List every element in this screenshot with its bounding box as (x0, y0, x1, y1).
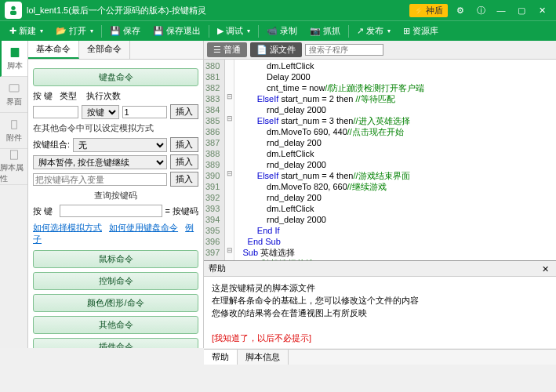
shield-badge: ⚡ 神盾 (409, 4, 448, 17)
code-editor[interactable]: 3803813823833843853863873883893903913923… (204, 60, 556, 260)
info-icon[interactable]: ⓘ (471, 2, 490, 18)
svg-point-0 (11, 6, 15, 10)
debug-button[interactable]: ▶ 调试▾ (211, 24, 256, 38)
cmd-control[interactable]: 控制命令 (33, 272, 198, 290)
help-close-icon[interactable]: ✕ (542, 264, 551, 274)
capture-button[interactable]: 📷 抓抓 (303, 24, 347, 38)
publish-button[interactable]: ↗ 发布▾ (351, 24, 397, 38)
open-button[interactable]: 📂 打开▾ (49, 24, 100, 38)
insert-button-2[interactable]: 插入 (170, 137, 198, 152)
record-button[interactable]: 📹 录制 (260, 24, 303, 38)
svg-rect-4 (10, 151, 17, 159)
sidebar-tab-ui[interactable]: 界面 (0, 77, 27, 113)
key-input[interactable] (33, 106, 78, 118)
svg-rect-3 (9, 84, 19, 91)
insert-button-1[interactable]: 插入 (170, 104, 198, 119)
label-key: 按 键 (33, 90, 56, 102)
tab-all-cmd[interactable]: 全部命令 (79, 41, 130, 59)
window-title: lol_kent1.5(最后一个公开源码的版本)-按键精灵 (27, 5, 409, 16)
savevar-input[interactable] (33, 173, 167, 186)
cmd-plugin[interactable]: 插件命令 (33, 338, 198, 348)
svg-rect-1 (10, 11, 16, 15)
editor-tab-normal[interactable]: ☰ 普通 (207, 42, 247, 57)
cmd-mouse[interactable]: 鼠标命令 (33, 250, 198, 268)
cmd-other[interactable]: 其他命令 (33, 316, 198, 334)
settings-icon[interactable]: ⚙ (451, 2, 470, 18)
sidebar-tab-attach[interactable]: 附件 (0, 113, 27, 149)
app-icon (5, 2, 22, 19)
label-combo: 按键组合: (33, 139, 70, 151)
sidebar-tab-props[interactable]: 脚本属性 (0, 149, 27, 185)
svg-rect-2 (10, 48, 19, 57)
help-line-3: 您修改的结果将会在普通视图上有所反映 (212, 307, 548, 319)
count-input[interactable] (122, 106, 168, 118)
help-text-sim: 在其他命令中可以设定模拟方式 (33, 122, 198, 134)
save-exit-button[interactable]: 💾 保存退出 (147, 24, 207, 38)
help-line-1: 这是按键精灵的脚本源文件 (212, 281, 548, 294)
new-button[interactable]: ✚ 新建▾ (3, 24, 49, 38)
minimize-button[interactable]: — (492, 2, 511, 18)
toolbar: ✚ 新建▾ 📂 打开▾ 💾 保存 💾 保存退出 ▶ 调试▾ 📹 录制 📷 抓抓 … (0, 20, 556, 41)
label-type: 类型 (60, 90, 83, 102)
eq-keycode: = 按键码 (165, 205, 198, 217)
pause-select[interactable]: 脚本暂停, 按任意键继续 (33, 155, 167, 169)
key-input-2[interactable] (60, 205, 162, 217)
label-key2: 按 键 (33, 205, 56, 217)
insert-button-3[interactable]: 插入 (170, 154, 198, 169)
link-kb[interactable]: 如何使用键盘命令 (109, 223, 178, 232)
help-title: 帮助 (209, 263, 226, 274)
type-select[interactable]: 按键 (82, 105, 119, 119)
tab-basic-cmd[interactable]: 基本命令 (28, 41, 79, 59)
help-dismiss-link[interactable]: [我知道了，以后不必提示] (212, 332, 548, 344)
search-subroutine-input[interactable] (305, 44, 383, 56)
link-sim[interactable]: 如何选择模拟方式 (33, 223, 102, 232)
label-count: 执行次数 (86, 90, 198, 102)
help-tab-help[interactable]: 帮助 (204, 350, 238, 365)
maximize-button[interactable]: ▢ (512, 2, 531, 18)
editor-tab-source[interactable]: 📄 源文件 (250, 42, 302, 57)
combo-select[interactable]: 无 (73, 138, 167, 152)
cmd-keyboard[interactable]: 键盘命令 (33, 68, 198, 86)
sidebar-tab-script[interactable]: 脚本 (0, 41, 27, 77)
help-tab-info[interactable]: 脚本信息 (238, 350, 289, 365)
save-button[interactable]: 💾 保存 (104, 24, 147, 38)
resource-button[interactable]: ⊞ 资源库 (397, 24, 445, 38)
insert-button-4[interactable]: 插入 (170, 172, 198, 187)
query-key-label: 查询按键码 (33, 190, 198, 201)
close-button[interactable]: ✕ (532, 2, 551, 18)
help-line-2: 在理解各条命令的基础上，您可以修改这个文件的内容 (212, 294, 548, 307)
cmd-color[interactable]: 颜色/图形/命令 (33, 294, 198, 312)
